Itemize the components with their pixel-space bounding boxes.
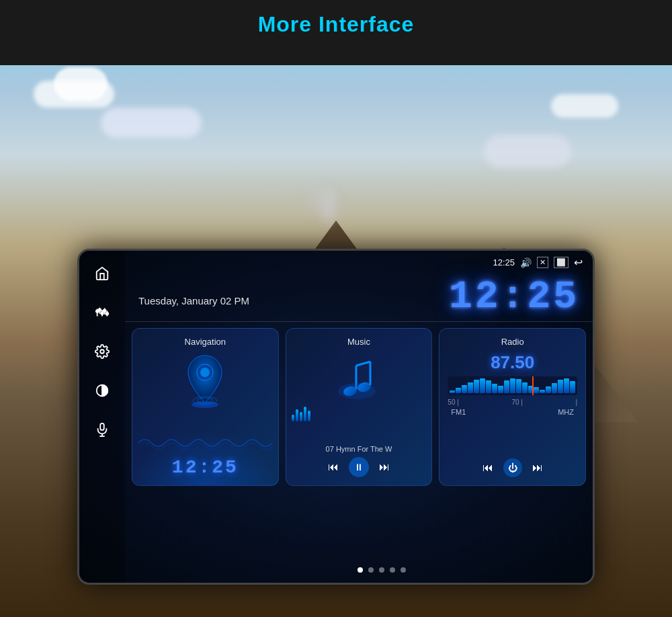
music-controls: ⏮ ⏸ ⏭ xyxy=(286,457,432,477)
page-header: More Interface xyxy=(0,0,672,65)
navigation-card[interactable]: Navigation xyxy=(132,328,279,486)
radio-power-button[interactable]: ⏻ xyxy=(503,458,522,477)
svg-point-6 xyxy=(99,309,101,312)
radio-unit: MHZ xyxy=(558,408,574,416)
svg-point-9 xyxy=(106,313,109,315)
music-next-button[interactable]: ⏭ xyxy=(379,461,390,473)
dot-3[interactable] xyxy=(379,567,384,573)
radio-card[interactable]: Radio 87.50 xyxy=(439,328,586,486)
home-icon[interactable] xyxy=(89,261,115,286)
digital-clock: 12:25 xyxy=(449,278,579,317)
device-frame: 12:25 🔊 ✕ ⬜ ↩ Tuesday, January 02 PM 12:… xyxy=(77,249,595,585)
dot-2[interactable] xyxy=(368,567,374,573)
cards-section: Navigation xyxy=(132,328,586,486)
radio-marker xyxy=(532,376,534,395)
nav-card-title: Navigation xyxy=(140,337,270,347)
music-note-icon xyxy=(294,352,424,406)
svg-point-25 xyxy=(338,383,376,399)
dot-4[interactable] xyxy=(390,567,395,573)
radio-next-button[interactable]: ⏭ xyxy=(532,462,543,474)
page-title: More Interface xyxy=(258,12,415,36)
nav-clock: 12:25 xyxy=(132,456,278,479)
track-name: 07 Hymn For The W xyxy=(286,445,432,453)
svg-point-7 xyxy=(101,312,103,315)
divider xyxy=(125,321,593,322)
date-text: Tuesday, January 02 PM xyxy=(138,295,249,306)
radio-band-info: 50 | 70 | | xyxy=(448,399,577,406)
contrast-icon[interactable] xyxy=(89,378,115,403)
side-panel xyxy=(79,251,125,583)
music-play-button[interactable]: ⏸ xyxy=(349,457,369,477)
radio-card-title: Radio xyxy=(448,337,577,347)
radio-bar xyxy=(448,376,577,395)
svg-point-8 xyxy=(103,309,106,312)
radio-band: FM1 xyxy=(451,408,466,416)
svg-line-22 xyxy=(356,362,370,366)
equalizer-icon[interactable] xyxy=(89,300,115,325)
device-screen: 12:25 🔊 ✕ ⬜ ↩ Tuesday, January 02 PM 12:… xyxy=(79,251,593,583)
radio-prev-button[interactable]: ⏮ xyxy=(482,462,493,474)
svg-rect-12 xyxy=(100,423,104,430)
dots-navigation xyxy=(171,567,593,573)
dot-1[interactable] xyxy=(358,567,363,573)
radio-frequency: 87.50 xyxy=(448,352,577,373)
main-content: Tuesday, January 02 PM 12:25 Navigation xyxy=(125,251,593,583)
svg-point-10 xyxy=(100,349,104,354)
svg-point-17 xyxy=(200,368,210,377)
datetime-section: Tuesday, January 02 PM 12:25 xyxy=(138,278,579,317)
content-overlay: 12:25 🔊 ✕ ⬜ ↩ Tuesday, January 02 PM 12:… xyxy=(0,0,672,617)
triangle-pointer xyxy=(321,46,351,65)
settings-icon[interactable] xyxy=(89,339,115,364)
music-prev-button[interactable]: ⏮ xyxy=(328,461,339,473)
nav-pin-icon xyxy=(140,352,270,409)
dot-5[interactable] xyxy=(401,567,406,573)
music-card-title: Music xyxy=(294,337,424,347)
music-card[interactable]: Music xyxy=(286,328,433,486)
mic-icon[interactable] xyxy=(89,417,115,442)
radio-controls: ⏮ ⏻ ⏭ xyxy=(439,458,585,477)
